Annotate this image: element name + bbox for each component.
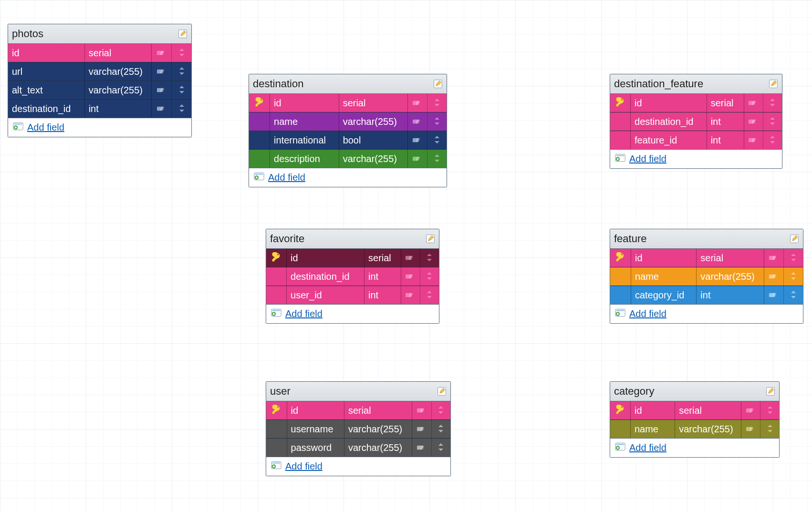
eraser-icon[interactable] [417, 406, 427, 415]
eraser-icon[interactable] [769, 253, 779, 263]
edit-table-icon[interactable] [769, 79, 778, 89]
field-row[interactable]: destination_idint [8, 100, 191, 118]
eraser-icon[interactable] [749, 135, 758, 145]
field-row[interactable]: idserial [610, 401, 779, 420]
sort-icon[interactable] [178, 48, 185, 58]
eraser-icon[interactable] [746, 406, 756, 415]
table-destination[interactable]: destinationidserialnamevarchar(255)inter… [249, 74, 447, 187]
add-field-icon[interactable] [271, 308, 281, 319]
eraser-icon[interactable] [417, 424, 427, 434]
field-row[interactable]: namevarchar(255) [610, 267, 803, 286]
add-field-icon[interactable] [615, 442, 625, 453]
eraser-icon[interactable] [769, 290, 779, 300]
eraser-icon[interactable] [413, 135, 422, 145]
field-row[interactable]: usernamevarchar(255) [266, 420, 450, 439]
eraser-icon[interactable] [746, 424, 756, 434]
eraser-icon[interactable] [157, 48, 167, 58]
edit-table-icon[interactable] [433, 79, 443, 89]
field-row[interactable]: category_idint [610, 286, 803, 305]
eraser-icon[interactable] [413, 98, 422, 108]
sort-icon[interactable] [426, 253, 433, 263]
field-row[interactable]: descriptionvarchar(255) [249, 150, 447, 168]
table-destination_feature[interactable]: destination_featureidserialdestination_i… [610, 74, 782, 169]
sort-icon[interactable] [767, 406, 773, 416]
field-row[interactable]: namevarchar(255) [610, 420, 779, 439]
table-user[interactable]: useridserialusernamevarchar(255)password… [266, 381, 451, 476]
sort-icon[interactable] [178, 104, 185, 114]
eraser-icon[interactable] [406, 272, 415, 281]
table-category[interactable]: categoryidserialnamevarchar(255)Add fiel… [610, 381, 780, 458]
field-row[interactable]: destination_idint [266, 267, 439, 286]
sort-icon[interactable] [178, 85, 185, 95]
eraser-icon[interactable] [406, 253, 415, 263]
sort-icon[interactable] [434, 154, 440, 164]
eraser-icon[interactable] [413, 154, 422, 164]
field-row[interactable]: alt_textvarchar(255) [8, 81, 191, 100]
sort-icon[interactable] [769, 117, 776, 127]
sort-icon[interactable] [769, 98, 776, 108]
sort-icon[interactable] [437, 424, 444, 434]
add-field-icon[interactable] [13, 122, 23, 133]
sort-icon[interactable] [426, 290, 433, 300]
sort-icon[interactable] [437, 443, 444, 453]
table-header[interactable]: destination [249, 74, 447, 94]
add-field-link[interactable]: Add field [629, 308, 666, 319]
sort-icon[interactable] [178, 67, 185, 77]
add-field-link[interactable]: Add field [285, 461, 323, 472]
field-row[interactable]: feature_idint [610, 131, 782, 150]
add-field-link[interactable]: Add field [268, 172, 305, 183]
sort-icon[interactable] [426, 272, 433, 282]
field-row[interactable]: user_idint [266, 286, 439, 305]
sort-icon[interactable] [767, 424, 773, 434]
field-row[interactable]: idserial [266, 401, 450, 420]
sort-icon[interactable] [434, 98, 440, 108]
field-row[interactable]: idserial [610, 249, 803, 267]
sort-icon[interactable] [434, 117, 440, 127]
field-row[interactable]: namevarchar(255) [249, 112, 447, 131]
table-header[interactable]: category [610, 382, 779, 401]
field-row[interactable]: idserial [8, 44, 191, 62]
field-row[interactable]: passwordvarchar(255) [266, 439, 450, 457]
table-header[interactable]: photos [8, 24, 191, 44]
sort-icon[interactable] [769, 135, 776, 145]
eraser-icon[interactable] [413, 117, 422, 126]
add-field-icon[interactable] [615, 153, 625, 164]
eraser-icon[interactable] [749, 98, 758, 108]
sort-icon[interactable] [437, 406, 444, 416]
eraser-icon[interactable] [749, 117, 758, 126]
add-field-link[interactable]: Add field [285, 308, 323, 319]
eraser-icon[interactable] [769, 272, 779, 281]
eraser-icon[interactable] [157, 67, 167, 76]
edit-table-icon[interactable] [790, 234, 799, 244]
field-row[interactable]: idserial [266, 249, 439, 267]
add-field-link[interactable]: Add field [629, 153, 666, 164]
edit-table-icon[interactable] [426, 234, 435, 244]
table-header[interactable]: feature [610, 229, 803, 249]
table-photos[interactable]: photosidserialurlvarchar(255)alt_textvar… [8, 24, 192, 137]
edit-table-icon[interactable] [178, 29, 187, 39]
sort-icon[interactable] [790, 272, 797, 282]
eraser-icon[interactable] [406, 290, 415, 300]
field-row[interactable]: destination_idint [610, 112, 782, 131]
sort-icon[interactable] [790, 253, 797, 263]
eraser-icon[interactable] [417, 443, 427, 452]
add-field-link[interactable]: Add field [629, 442, 666, 453]
field-row[interactable]: internationalbool [249, 131, 447, 150]
field-row[interactable]: idserial [610, 94, 782, 112]
eraser-icon[interactable] [157, 85, 167, 95]
field-row[interactable]: idserial [249, 94, 447, 112]
edit-table-icon[interactable] [766, 387, 775, 396]
add-field-icon[interactable] [254, 172, 264, 183]
table-favorite[interactable]: favoriteidserialdestination_idintuser_id… [266, 229, 439, 324]
table-feature[interactable]: featureidserialnamevarchar(255)category_… [610, 229, 803, 324]
table-header[interactable]: user [266, 382, 450, 401]
sort-icon[interactable] [434, 135, 440, 145]
sort-icon[interactable] [790, 290, 797, 300]
add-field-link[interactable]: Add field [27, 122, 64, 133]
eraser-icon[interactable] [157, 104, 167, 113]
add-field-icon[interactable] [615, 308, 625, 319]
add-field-icon[interactable] [271, 461, 281, 472]
field-row[interactable]: urlvarchar(255) [8, 62, 191, 81]
edit-table-icon[interactable] [437, 387, 447, 396]
table-header[interactable]: favorite [266, 229, 439, 249]
